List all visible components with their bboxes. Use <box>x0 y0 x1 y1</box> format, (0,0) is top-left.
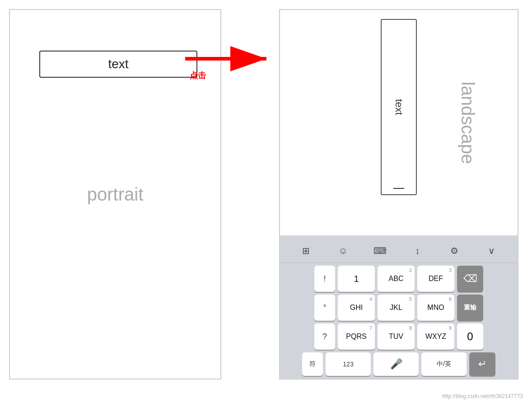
key-exclamation[interactable]: ! <box>314 266 335 292</box>
key-5-sub: 5 <box>409 296 412 302</box>
key-question-label: ? <box>322 332 327 342</box>
key-4[interactable]: 4 GHI <box>338 295 375 321</box>
key-symbol-btn[interactable]: 符 <box>302 352 323 376</box>
key-2-label: ABC <box>389 275 404 283</box>
portrait-text-input[interactable]: text <box>39 51 197 78</box>
key-3-sub: 3 <box>449 267 452 273</box>
key-delete[interactable]: ⌫ <box>457 266 483 292</box>
key-9-label: WXYZ <box>425 333 446 341</box>
chevron-down-icon[interactable]: ∨ <box>484 243 500 259</box>
keyboard-grid: ! 1 2 ABC 3 DEF ⌫ <box>280 263 518 379</box>
key-3-label: DEF <box>429 275 443 283</box>
key-mic-icon: 🎤 <box>390 358 402 370</box>
landscape-label: landscape <box>457 81 477 164</box>
key-4-label: GHI <box>350 304 363 312</box>
emoji-icon[interactable]: ☺ <box>335 243 351 259</box>
key-reenter-label: 重输 <box>464 304 476 312</box>
landscape-input-text: text <box>393 99 405 115</box>
grid-icon[interactable]: ⊞ <box>298 243 314 259</box>
portrait-input-text: text <box>108 57 128 71</box>
url-watermark: http://blog.csdn.net/rth362147773 <box>442 393 523 399</box>
landscape-cursor <box>393 188 404 189</box>
key-5-label: JKL <box>390 304 402 312</box>
key-reenter[interactable]: 重输 <box>457 295 483 321</box>
click-label: 点击 <box>190 70 206 81</box>
key-7-label: PQRS <box>346 333 366 341</box>
key-exclamation-label: ! <box>323 274 326 284</box>
key-123-label: 123 <box>343 361 353 368</box>
key-question[interactable]: ? <box>314 323 335 350</box>
keyboard-icon[interactable]: ⌨ <box>372 243 388 259</box>
key-degree-label: ° <box>323 303 326 313</box>
key-9-sub: 9 <box>449 325 452 331</box>
key-8[interactable]: 8 TUV <box>378 323 415 350</box>
key-9[interactable]: 9 WXYZ <box>417 323 454 350</box>
key-symbol-label: 符 <box>309 360 316 368</box>
keyboard-row-1: ! 1 2 ABC 3 DEF ⌫ <box>283 266 515 292</box>
key-2-sub: 2 <box>409 267 412 273</box>
key-6-label: MNO <box>427 304 444 312</box>
key-123[interactable]: 123 <box>326 352 371 376</box>
key-5[interactable]: 5 JKL <box>378 295 415 321</box>
key-8-sub: 8 <box>409 325 412 331</box>
key-0[interactable]: 0 <box>457 323 483 350</box>
keyboard-toolbar: ⊞ ☺ ⌨ ↕ ⚙ ∨ <box>280 239 518 263</box>
key-degree[interactable]: ° <box>314 295 335 321</box>
key-enter-icon: ↵ <box>478 358 486 370</box>
key-delete-icon: ⌫ <box>463 273 477 285</box>
cursor-icon[interactable]: ↕ <box>409 243 425 259</box>
key-1-label: 1 <box>354 274 359 284</box>
keyboard-row-3: ? 7 PQRS 8 TUV 9 WXYZ 0 <box>283 323 515 350</box>
landscape-panel: text landscape ⊞ ☺ ⌨ ↕ ⚙ ∨ ! <box>279 9 518 380</box>
main-container: text portrait 点击 text landscape <box>0 0 532 403</box>
keyboard-row-2: ° 4 GHI 5 JKL 6 MNO 重输 <box>283 295 515 321</box>
key-7[interactable]: 7 PQRS <box>338 323 375 350</box>
landscape-top: text landscape <box>280 10 518 235</box>
key-mic[interactable]: 🎤 <box>373 352 419 376</box>
key-7-sub: 7 <box>369 325 372 331</box>
keyboard-row-4: 符 123 🎤 中/英 ↵ <box>283 352 515 376</box>
key-4-sub: 4 <box>369 296 372 302</box>
landscape-text-input[interactable]: text <box>381 19 417 195</box>
key-6-sub: 6 <box>449 296 452 302</box>
key-6[interactable]: 6 MNO <box>417 295 454 321</box>
settings-icon[interactable]: ⚙ <box>446 243 462 259</box>
portrait-label: portrait <box>87 184 144 205</box>
key-1[interactable]: 1 <box>338 266 375 292</box>
key-enter[interactable]: ↵ <box>469 352 495 376</box>
key-2[interactable]: 2 ABC <box>378 266 415 292</box>
key-lang[interactable]: 中/英 <box>421 352 467 376</box>
key-lang-label: 中/英 <box>437 360 451 368</box>
keyboard-area: ⊞ ☺ ⌨ ↕ ⚙ ∨ ! 1 2 <box>280 235 518 379</box>
key-0-label: 0 <box>467 330 473 343</box>
key-8-label: TUV <box>389 333 403 341</box>
key-3[interactable]: 3 DEF <box>417 266 454 292</box>
